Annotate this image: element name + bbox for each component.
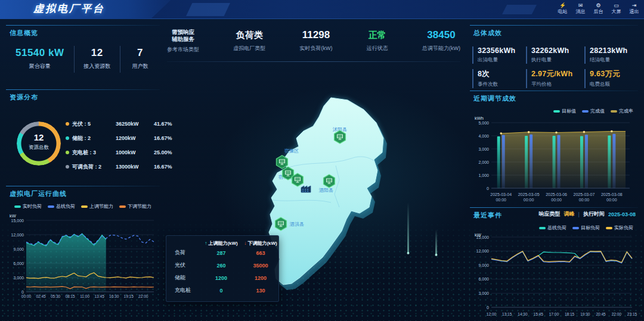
legend-item[interactable]: 实时负荷 xyxy=(14,203,42,210)
svg-text:23:15: 23:15 xyxy=(627,312,637,316)
total-capability-stat: 38450 总调节能力(kW) xyxy=(422,29,460,52)
svg-text:19:15: 19:15 xyxy=(124,294,134,298)
resource-name-count: 可调负荷 : 2 xyxy=(72,163,101,171)
svg-text:4,000: 4,000 xyxy=(478,134,489,138)
event-meta: 响应类型 调峰 | 执行时间 2025-03-08 xyxy=(539,210,636,218)
overall-stat-label: 事件次数 xyxy=(478,81,526,88)
run-status-stat: 正常 运行状态 xyxy=(367,29,388,52)
big-screen-icon: ▭ xyxy=(610,2,623,9)
vpp-type-value: 负荷类 xyxy=(233,29,265,42)
legend-item[interactable]: 实际负荷 xyxy=(606,225,633,231)
resource-total-value: 12 xyxy=(17,132,61,142)
legend-label: 实时负荷 xyxy=(23,203,42,210)
header-accent xyxy=(186,3,230,16)
svg-text:22:00: 22:00 xyxy=(138,294,148,298)
svg-text:3,000: 3,000 xyxy=(478,291,489,295)
info-stat: 7用户数 xyxy=(120,46,160,73)
legend-label: 目标负荷 xyxy=(581,225,600,231)
resource-name-count: 储能 : 2 xyxy=(72,135,91,142)
market-type-stat: 需预响应 辅助服务 参考市场类型 xyxy=(167,29,199,54)
tooltip-up-value: 260 xyxy=(201,263,242,269)
resource-marker[interactable] xyxy=(335,130,346,144)
overall-stat-label: 电费总额 xyxy=(590,81,637,88)
svg-text:05:30: 05:30 xyxy=(51,294,61,298)
overall-stat-value: 32262kWh xyxy=(531,46,584,55)
overall-stat-label: 出清电量 xyxy=(478,57,526,64)
svg-text:2,000: 2,000 xyxy=(478,160,489,164)
market-type-line1: 需预响应 xyxy=(167,29,199,36)
vpp-curve-chart[interactable]: 03,0006,0009,00012,00015,000kW00:0002:45… xyxy=(6,211,157,300)
event-legend: 基线负荷目标负荷实际负荷 xyxy=(470,225,638,231)
adjust-effect-chart[interactable]: 01,0002,0003,0004,0005,000kWh2025-03-040… xyxy=(470,114,638,204)
tooltip-down-value: 35000 xyxy=(242,263,280,269)
exec-date-value[interactable]: 2025-03-08 xyxy=(608,211,636,217)
overall-stat-value: 32356kWh xyxy=(478,46,526,55)
tooltip-row: 光伏26035000 xyxy=(170,259,275,272)
legend-item[interactable]: 下调节能力 xyxy=(119,203,151,210)
power-station-icon: ⚡ xyxy=(556,2,569,9)
legend-item[interactable]: 基线负荷 xyxy=(48,203,75,210)
capability-tooltip: ↑ 上调能力(kW) ↓ 下调能力(kW) 负荷287663光伏26035000… xyxy=(166,235,279,302)
nav-item-messages[interactable]: ✉消息 xyxy=(574,2,587,15)
tooltip-row-name: 负荷 xyxy=(170,249,201,257)
resource-legend-row[interactable]: 光伏 : 536250kW41.67% xyxy=(66,117,159,131)
panel-title: 近期调节成效 xyxy=(470,91,638,103)
resource-name: 光伏 : 5 xyxy=(66,120,116,128)
svg-text:9,000: 9,000 xyxy=(478,263,489,267)
svg-text:3,000: 3,000 xyxy=(478,147,489,151)
vpp-curve-panel: 虚拟电厂运行曲线 实时负荷基线负荷上调节能力下调节能力 03,0006,0009… xyxy=(6,186,160,318)
svg-text:1,000: 1,000 xyxy=(478,173,489,177)
down-capability-header: ↓ 下调能力(kW) xyxy=(242,240,280,247)
nav-label: 后台 xyxy=(592,9,605,15)
tooltip-header: ↑ 上调能力(kW) ↓ 下调能力(kW) xyxy=(170,240,275,247)
recent-event-chart[interactable]: 03,0006,0009,00012,00015,000kW12:0013:15… xyxy=(470,231,638,318)
info-stat-value: 51540 kW xyxy=(7,47,73,59)
svg-text:08:15: 08:15 xyxy=(65,294,75,298)
svg-text:00:00: 00:00 xyxy=(579,198,590,202)
resp-type-value[interactable]: 调峰 xyxy=(564,210,575,218)
legend-label: 完成值 xyxy=(590,108,605,114)
resource-legend: 光伏 : 536250kW41.67%储能 : 21200kW16.67%充电桩… xyxy=(66,117,159,174)
svg-text:15,000: 15,000 xyxy=(11,219,24,223)
meta-separator: | xyxy=(578,211,580,217)
legend-swatch xyxy=(81,205,88,208)
nav-item-big-screen[interactable]: ▭大屏 xyxy=(610,2,623,15)
overall-stat: 2.97元/kWh平均价格 xyxy=(526,69,584,88)
resource-marker[interactable] xyxy=(275,217,287,230)
svg-text:2025-03-04: 2025-03-04 xyxy=(490,192,512,197)
legend-swatch xyxy=(553,110,560,113)
svg-text:12,000: 12,000 xyxy=(11,233,24,237)
legend-item[interactable]: 上调节能力 xyxy=(81,203,113,210)
svg-text:00:00: 00:00 xyxy=(524,198,534,202)
nav-item-exit[interactable]: ⇥退出 xyxy=(628,2,640,15)
nav-item-admin-console[interactable]: ⚙后台 xyxy=(592,2,605,15)
resource-percent: 41.67% xyxy=(154,121,174,127)
resource-marker[interactable] xyxy=(324,174,335,188)
resource-marker[interactable] xyxy=(292,173,304,186)
header-nav: ⚡电站✉消息⚙后台▭大屏⇥退出 xyxy=(556,2,640,15)
svg-text:00:00: 00:00 xyxy=(496,198,506,202)
legend-item[interactable]: 完成率 xyxy=(611,108,633,114)
nav-item-power-station[interactable]: ⚡电站 xyxy=(556,2,569,15)
factory-icon[interactable] xyxy=(301,186,311,192)
legend-swatch xyxy=(606,227,612,229)
tooltip-row: 负荷287663 xyxy=(170,247,275,259)
svg-text:20:45: 20:45 xyxy=(596,312,606,316)
legend-item[interactable]: 目标值 xyxy=(553,108,576,114)
svg-text:15:45: 15:45 xyxy=(534,312,544,316)
resource-legend-row[interactable]: 储能 : 21200kW16.67% xyxy=(66,131,159,145)
legend-swatch xyxy=(539,227,546,229)
resource-legend-row[interactable]: 可调负荷 : 213000kW16.67% xyxy=(66,160,159,174)
legend-item[interactable]: 目标负荷 xyxy=(572,225,600,231)
tooltip-row-name: 充电桩 xyxy=(170,286,201,294)
svg-text:11:00: 11:00 xyxy=(80,294,89,298)
resource-name-count: 充电桩 : 3 xyxy=(72,149,96,157)
legend-item[interactable]: 完成值 xyxy=(582,108,605,114)
resource-legend-row[interactable]: 充电桩 : 31000kW25.00% xyxy=(66,145,159,160)
legend-item[interactable]: 基线负荷 xyxy=(539,225,566,231)
info-overview-panel: 信息概览 51540 kW聚合容量12接入资源数7用户数 xyxy=(6,25,160,88)
svg-text:0: 0 xyxy=(487,186,489,191)
run-status-label: 运行状态 xyxy=(367,45,388,52)
legend-swatch xyxy=(611,110,617,113)
resource-marker[interactable] xyxy=(277,155,288,169)
